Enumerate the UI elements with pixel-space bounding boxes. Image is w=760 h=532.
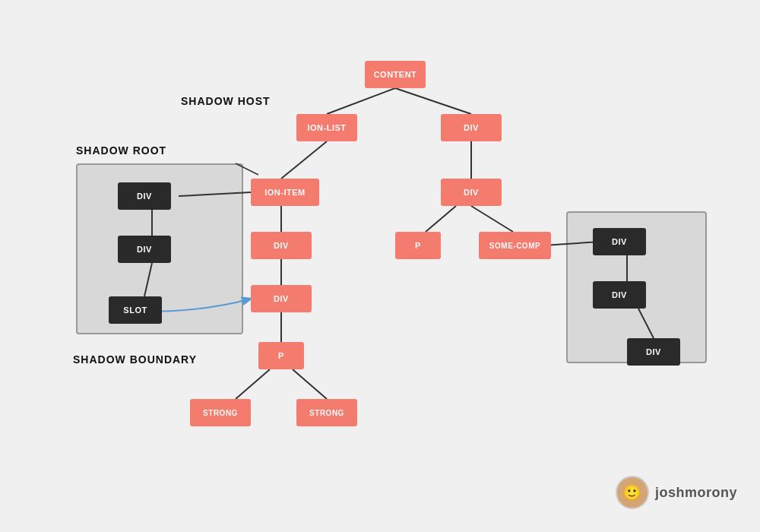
avatar: 🙂 [616, 476, 649, 509]
node-some-div2: DIV [593, 281, 646, 309]
node-shadow-div1: DIV [118, 182, 171, 210]
svg-line-0 [327, 88, 395, 114]
node-some-div3: DIV [627, 338, 680, 366]
node-some-div1: DIV [593, 228, 646, 255]
svg-line-10 [293, 369, 327, 399]
node-ion-list: ION-LIST [296, 114, 357, 141]
node-div-right-top: DIV [441, 114, 502, 141]
node-strong1: STRONG [190, 399, 251, 426]
author-name: joshmorony [655, 485, 737, 501]
svg-line-6 [471, 206, 513, 232]
svg-line-1 [395, 88, 471, 114]
node-shadow-slot: SLOT [109, 296, 162, 324]
node-some-comp: SOME-COMP [479, 232, 551, 259]
node-div-mid2: DIV [251, 285, 312, 312]
node-div-right-mid: DIV [441, 179, 502, 206]
shadow-host-label: SHADOW HOST [181, 95, 271, 107]
diagram-container: CONTENT ION-LIST DIV ION-ITEM DIV DIV P … [0, 0, 760, 532]
svg-line-9 [236, 369, 270, 399]
svg-line-2 [281, 141, 327, 179]
shadow-root-label: SHADOW ROOT [76, 144, 166, 157]
node-div-main: DIV [251, 232, 312, 259]
node-ion-item: ION-ITEM [251, 179, 319, 206]
node-content: CONTENT [365, 61, 426, 88]
node-shadow-div2: DIV [118, 236, 171, 263]
node-strong2: STRONG [296, 399, 357, 426]
shadow-boundary-label: SHADOW BOUNDARY [73, 353, 197, 366]
node-p-main: P [258, 342, 304, 369]
svg-line-5 [426, 206, 456, 232]
watermark: 🙂 joshmorony [616, 476, 737, 509]
node-p-right: P [395, 232, 441, 259]
